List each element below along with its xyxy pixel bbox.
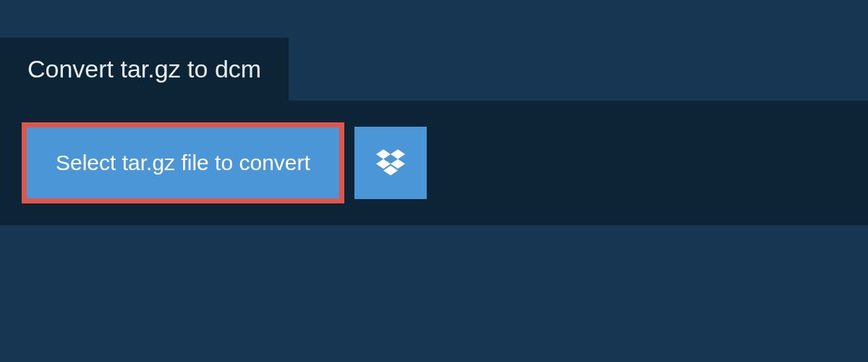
header-tab: Convert tar.gz to dcm: [0, 38, 289, 101]
select-file-button[interactable]: Select tar.gz file to convert: [22, 122, 344, 203]
select-file-label: Select tar.gz file to convert: [56, 151, 310, 175]
page-title: Convert tar.gz to dcm: [27, 55, 261, 83]
dropbox-button[interactable]: [354, 127, 427, 199]
dropbox-icon: [376, 147, 405, 179]
upload-panel: Select tar.gz file to convert: [0, 101, 868, 225]
